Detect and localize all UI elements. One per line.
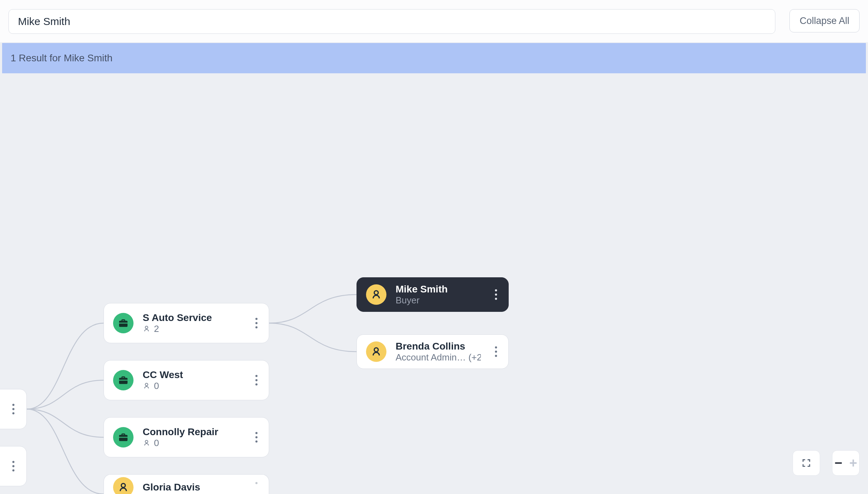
svg-point-17 (255, 440, 258, 443)
svg-point-27 (495, 355, 497, 357)
zoom-in-button[interactable]: + (846, 456, 861, 471)
node-title: Mike Smith (396, 284, 481, 295)
node-connolly-repair[interactable]: Connolly Repair 0 (104, 417, 269, 457)
person-icon (143, 325, 150, 333)
node-s-auto-service[interactable]: S Auto Service 2 (104, 303, 269, 343)
fullscreen-button[interactable] (793, 450, 820, 476)
svg-point-1 (12, 408, 14, 410)
node-title: Connolly Repair (143, 426, 241, 438)
search-input[interactable] (8, 9, 775, 34)
node-brenda-collins[interactable]: Brenda Collins Account Admin… (+2) (356, 334, 509, 369)
root-node-1[interactable] (0, 389, 27, 429)
svg-point-18 (121, 483, 125, 487)
svg-point-2 (12, 412, 14, 414)
svg-point-0 (12, 404, 14, 406)
svg-point-11 (255, 375, 258, 377)
svg-point-7 (255, 318, 258, 320)
svg-point-6 (145, 326, 148, 329)
person-icon (143, 382, 150, 390)
more-icon[interactable] (490, 343, 502, 360)
svg-point-13 (255, 383, 258, 385)
root-node-2[interactable] (0, 446, 27, 486)
svg-point-20 (374, 291, 378, 295)
svg-point-12 (255, 379, 258, 381)
node-gloria-davis[interactable]: Gloria Davis (104, 474, 269, 494)
person-icon (366, 341, 386, 362)
zoom-controls: − + (793, 450, 860, 476)
svg-point-3 (12, 461, 14, 463)
svg-point-21 (495, 289, 497, 291)
svg-point-25 (495, 346, 497, 348)
briefcase-icon (113, 427, 134, 447)
svg-point-26 (495, 351, 497, 353)
collapse-all-button[interactable]: Collapse All (789, 9, 860, 32)
more-icon[interactable] (250, 371, 262, 389)
svg-point-4 (12, 465, 14, 467)
hierarchy-canvas[interactable]: S Auto Service 2 CC West 0 (0, 0, 868, 494)
svg-point-24 (374, 348, 378, 352)
svg-point-9 (255, 326, 258, 328)
node-title: Gloria Davis (143, 482, 241, 493)
search-results-banner: 1 Result for Mike Smith (2, 43, 866, 73)
svg-point-19 (255, 482, 258, 484)
more-icon[interactable] (250, 314, 262, 332)
expand-icon (801, 458, 811, 468)
more-icon[interactable] (490, 286, 502, 303)
zoom-out-button[interactable]: − (831, 456, 846, 471)
briefcase-icon (113, 313, 134, 333)
node-title: S Auto Service (143, 312, 241, 323)
node-count: 2 (154, 323, 159, 334)
zoom-buttons: − + (832, 450, 860, 476)
more-icon[interactable] (250, 428, 262, 446)
svg-point-15 (255, 432, 258, 434)
briefcase-icon (113, 370, 134, 390)
top-bar: Collapse All (0, 0, 868, 42)
more-icon[interactable] (7, 457, 19, 475)
person-icon (143, 439, 150, 447)
node-count: 0 (154, 438, 159, 449)
svg-point-10 (145, 383, 148, 386)
node-title: CC West (143, 369, 241, 381)
svg-point-22 (495, 294, 497, 296)
person-icon (366, 284, 386, 305)
person-icon (113, 477, 134, 494)
svg-point-8 (255, 322, 258, 324)
node-mike-smith[interactable]: Mike Smith Buyer (356, 277, 509, 312)
svg-point-23 (495, 298, 497, 300)
node-count: 0 (154, 381, 159, 391)
node-cc-west[interactable]: CC West 0 (104, 360, 269, 400)
node-role: Buyer (396, 295, 420, 306)
more-icon[interactable] (7, 400, 19, 418)
svg-point-5 (12, 469, 14, 471)
more-icon[interactable] (250, 478, 262, 494)
node-role: Account Admin… (+2) (396, 352, 481, 363)
svg-point-16 (255, 436, 258, 438)
svg-point-14 (145, 440, 148, 443)
node-title: Brenda Collins (396, 341, 481, 352)
